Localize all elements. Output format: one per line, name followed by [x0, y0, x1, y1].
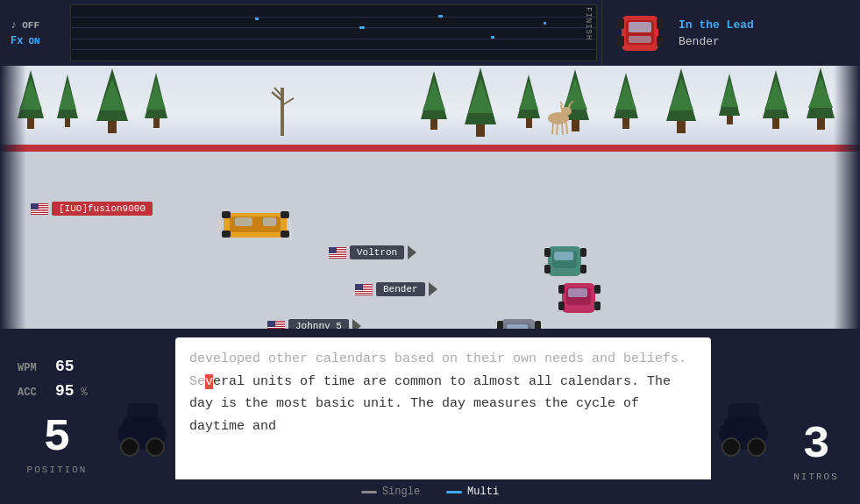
svg-marker-46	[764, 79, 787, 110]
svg-rect-73	[222, 211, 231, 218]
svg-rect-50	[817, 118, 825, 130]
error-char: v	[205, 374, 213, 389]
right-figure	[715, 329, 772, 504]
right-decoration	[834, 66, 860, 329]
player-johnny5: Johnny 5	[267, 319, 361, 329]
svg-rect-112	[267, 327, 285, 328]
left-decoration	[0, 66, 26, 329]
lead-title: In the Lead	[679, 18, 754, 32]
svg-line-77	[289, 210, 291, 241]
svg-rect-105	[558, 302, 565, 310]
acc-row: ACC 95 %	[18, 382, 96, 400]
svg-rect-32	[526, 118, 532, 128]
svg-rect-29	[476, 124, 485, 137]
mode-multi[interactable]: Multi	[446, 486, 499, 498]
nitros-panel: 3 NITROS	[772, 329, 860, 504]
multi-label: Multi	[467, 486, 499, 498]
svg-rect-100	[355, 284, 363, 290]
lead-name: Bender	[679, 35, 754, 48]
svg-rect-76	[281, 231, 289, 238]
svg-rect-72	[263, 217, 276, 226]
trees-svg	[0, 66, 860, 145]
name-johnny5: Johnny 5	[288, 319, 349, 329]
svg-rect-147	[729, 403, 759, 421]
svg-marker-12	[59, 82, 76, 110]
typing-text: developed other calendars based on their…	[189, 348, 697, 437]
position-display: 5 POSITION	[18, 415, 96, 475]
svg-rect-10	[27, 118, 34, 129]
fx-toggle[interactable]: Fx ON	[11, 35, 60, 47]
svg-point-143	[121, 438, 139, 456]
svg-rect-16	[108, 121, 117, 133]
svg-marker-49	[808, 76, 833, 108]
player-voltron: Voltron	[329, 245, 416, 259]
svg-point-149	[748, 438, 765, 456]
flag-fusion9000	[31, 203, 48, 215]
svg-rect-92	[580, 265, 586, 273]
mode-single[interactable]: Single	[361, 486, 420, 498]
car-bender	[558, 280, 601, 316]
race-area: [IUO]fusion9000 Voltron	[0, 66, 860, 329]
svg-marker-37	[615, 81, 636, 110]
multi-indicator	[446, 491, 462, 493]
svg-line-57	[552, 123, 553, 134]
position-label: POSITION	[18, 465, 96, 475]
wpm-row: WPM 65	[18, 358, 96, 375]
music-toggle[interactable]: ♪ OFF	[11, 19, 60, 32]
flag-voltron	[329, 247, 346, 259]
svg-rect-35	[572, 120, 579, 131]
flag-johnny5	[267, 321, 285, 330]
svg-rect-6	[617, 36, 624, 46]
player-bender: Bender	[355, 282, 437, 296]
winter-background	[0, 66, 860, 145]
svg-marker-25	[423, 80, 445, 110]
svg-marker-15	[100, 79, 124, 110]
svg-rect-66	[31, 211, 48, 212]
svg-rect-99	[355, 294, 373, 295]
svg-marker-43	[721, 80, 738, 107]
car-fusion9000	[219, 206, 294, 245]
top-bar: ♪ OFF Fx ON FINISH	[0, 0, 860, 66]
svg-rect-104	[558, 285, 565, 294]
svg-rect-2	[629, 22, 651, 32]
svg-rect-82	[329, 253, 346, 254]
svg-line-60	[566, 123, 567, 134]
stats-panel: WPM 65 ACC 95 % 5 POSITION	[0, 329, 114, 504]
lead-panel: In the Lead Bender	[601, 0, 860, 66]
svg-rect-4	[617, 18, 624, 29]
music-label: OFF	[22, 20, 39, 31]
svg-rect-65	[31, 209, 48, 210]
svg-rect-84	[329, 257, 346, 258]
finish-label: FINISH	[584, 7, 593, 40]
svg-rect-44	[727, 116, 733, 124]
acc-label: ACC	[18, 387, 48, 399]
music-icon: ♪	[11, 19, 17, 32]
mode-bar: Single Multi	[0, 479, 860, 504]
wpm-label: WPM	[18, 362, 48, 374]
svg-rect-121	[535, 321, 541, 329]
svg-rect-142	[127, 403, 158, 421]
lead-car-svg	[613, 11, 670, 55]
typing-area[interactable]: developed other calendars based on their…	[175, 337, 711, 495]
road-stripe	[0, 145, 860, 152]
acc-value: 95	[55, 382, 75, 400]
svg-rect-7	[657, 36, 664, 46]
svg-marker-18	[146, 80, 166, 110]
music-controls: ♪ OFF Fx ON	[0, 0, 70, 66]
name-fusion9000: [IUO]fusion9000	[52, 202, 153, 216]
svg-marker-40	[669, 78, 693, 110]
svg-rect-26	[430, 119, 437, 130]
svg-rect-3	[629, 36, 651, 43]
svg-point-148	[722, 438, 740, 456]
svg-rect-91	[580, 248, 586, 257]
svg-rect-115	[267, 321, 275, 327]
svg-rect-75	[281, 211, 289, 218]
svg-rect-74	[222, 231, 231, 238]
remaining-text: eral units of time are common to almost …	[189, 374, 671, 434]
road	[0, 145, 860, 329]
svg-marker-31	[519, 82, 538, 110]
svg-rect-83	[329, 255, 346, 256]
svg-rect-107	[594, 302, 601, 310]
svg-rect-47	[772, 118, 779, 129]
name-bender: Bender	[376, 282, 425, 296]
